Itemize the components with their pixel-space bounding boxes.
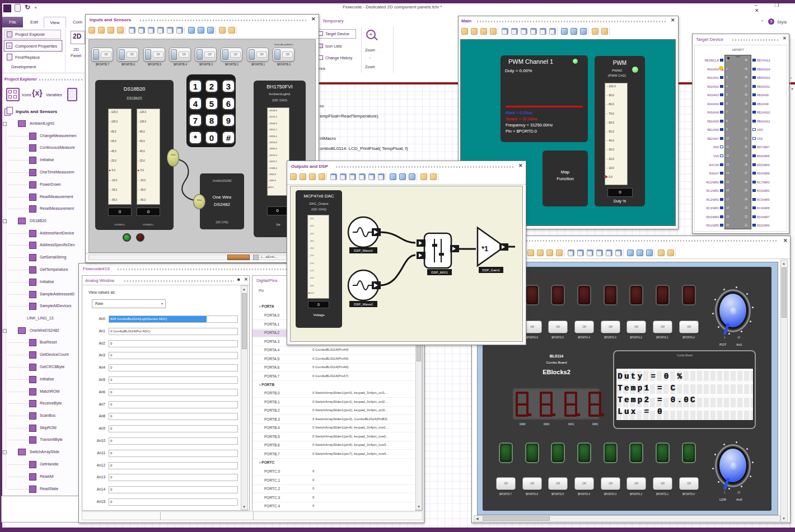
svg-text:*1: *1: [481, 244, 488, 253]
svg-text:DSP_MIX1: DSP_MIX1: [431, 271, 448, 274]
svg-text:DSP_Wave2: DSP_Wave2: [354, 303, 373, 306]
svg-text:DSP_Wave1: DSP_Wave1: [354, 249, 373, 252]
svg-text:DSP_Gain1: DSP_Gain1: [482, 269, 500, 272]
